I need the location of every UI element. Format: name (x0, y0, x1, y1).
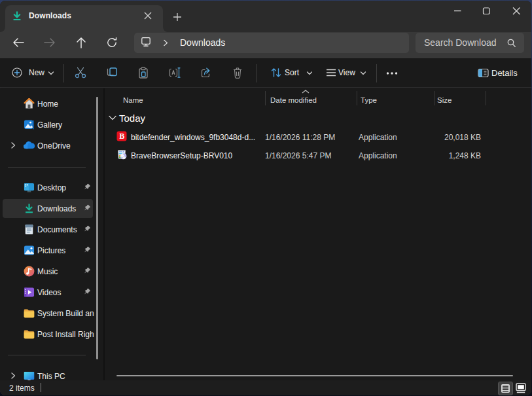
svg-text:B: B (119, 132, 124, 141)
